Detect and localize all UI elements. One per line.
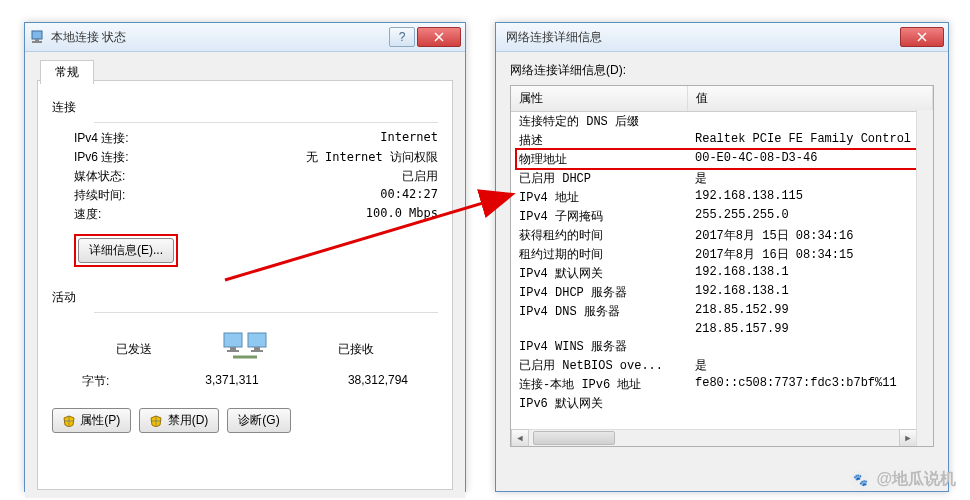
status-titlebar[interactable]: 本地连接 状态 ? xyxy=(25,23,465,52)
divider xyxy=(94,312,438,313)
connection-row: 持续时间:00:42:27 xyxy=(44,186,446,205)
grid-row[interactable]: 租约过期的时间2017年8月 16日 08:34:15 xyxy=(511,245,933,264)
network-icon xyxy=(29,29,45,45)
scroll-thumb[interactable] xyxy=(533,431,615,445)
grid-row[interactable]: IPv4 DHCP 服务器192.168.138.1 xyxy=(511,283,933,302)
row-value: 100.0 Mbps xyxy=(366,206,438,223)
cell-property: IPv4 DHCP 服务器 xyxy=(511,283,687,302)
bytes-label: 字节: xyxy=(82,373,109,390)
cell-property: 连接特定的 DNS 后缀 xyxy=(511,112,687,131)
close-button[interactable] xyxy=(417,27,461,47)
diagnose-button[interactable]: 诊断(G) xyxy=(227,408,290,433)
details-titlebar[interactable]: 网络连接详细信息 xyxy=(496,23,948,52)
grid-header[interactable]: 属性 值 xyxy=(511,86,933,112)
cell-value: 00-E0-4C-08-D3-46 xyxy=(687,150,933,169)
svg-rect-6 xyxy=(248,333,266,347)
row-key: IPv4 连接: xyxy=(74,130,380,147)
grid-row[interactable]: IPv4 子网掩码255.255.255.0 xyxy=(511,207,933,226)
cell-value: 218.85.152.99 xyxy=(687,302,933,321)
grid-row[interactable]: 218.85.157.99 xyxy=(511,321,933,337)
svg-rect-8 xyxy=(254,347,260,350)
cell-value: 2017年8月 15日 08:34:16 xyxy=(687,226,933,245)
grid-row[interactable]: IPv4 地址192.168.138.115 xyxy=(511,188,933,207)
cell-property: IPv4 默认网关 xyxy=(511,264,687,283)
row-key: IPv6 连接: xyxy=(74,149,306,166)
grid-row[interactable]: IPv4 默认网关192.168.138.1 xyxy=(511,264,933,283)
details-highlight: 详细信息(E)... xyxy=(74,234,178,267)
recv-label: 已接收 xyxy=(338,341,374,358)
connection-section-label: 连接 xyxy=(52,99,446,116)
row-value: Internet xyxy=(380,130,438,147)
tab-general[interactable]: 常规 xyxy=(40,60,94,84)
row-value: 已启用 xyxy=(402,168,438,185)
divider xyxy=(94,122,438,123)
svg-rect-1 xyxy=(35,39,39,41)
svg-rect-11 xyxy=(251,350,263,352)
paw-icon: 🐾 xyxy=(850,470,870,490)
grid-row[interactable]: 已启用 DHCP是 xyxy=(511,169,933,188)
close-button[interactable] xyxy=(900,27,944,47)
activity-icon xyxy=(221,331,269,367)
grid-row[interactable]: IPv4 WINS 服务器 xyxy=(511,337,933,356)
svg-rect-2 xyxy=(32,41,42,43)
cell-value: 255.255.255.0 xyxy=(687,207,933,226)
row-value: 无 Internet 访问权限 xyxy=(306,149,438,166)
connection-row: IPv4 连接:Internet xyxy=(44,129,446,148)
list-label: 网络连接详细信息(D): xyxy=(510,62,934,79)
grid-row[interactable]: 连接特定的 DNS 后缀 xyxy=(511,112,933,131)
cell-value: 是 xyxy=(687,169,933,188)
window-title: 本地连接 状态 xyxy=(51,29,387,46)
cell-value: 192.168.138.115 xyxy=(687,188,933,207)
sent-label: 已发送 xyxy=(116,341,152,358)
scroll-left-button[interactable]: ◄ xyxy=(511,429,529,447)
col-value[interactable]: 值 xyxy=(688,86,933,111)
details-grid: 属性 值 连接特定的 DNS 后缀描述Realtek PCIe FE Famil… xyxy=(510,85,934,447)
cell-property xyxy=(511,321,687,337)
col-property[interactable]: 属性 xyxy=(511,86,688,111)
grid-row[interactable]: 已启用 NetBIOS ove...是 xyxy=(511,356,933,375)
cell-property: 已启用 DHCP xyxy=(511,169,687,188)
row-key: 持续时间: xyxy=(74,187,380,204)
watermark: 🐾 @地瓜说机 xyxy=(850,469,956,490)
grid-row[interactable]: 连接-本地 IPv6 地址fe80::c508:7737:fdc3:b7bf%1… xyxy=(511,375,933,394)
grid-row[interactable]: IPv6 默认网关 xyxy=(511,394,933,413)
details-window: 网络连接详细信息 网络连接详细信息(D): 属性 值 连接特定的 DNS 后缀描… xyxy=(495,22,949,492)
cell-value: Realtek PCIe FE Family Control xyxy=(687,131,933,150)
cell-value: fe80::c508:7737:fdc3:b7bf%11 xyxy=(687,375,933,394)
svg-rect-7 xyxy=(230,347,236,350)
scrollbar-horizontal[interactable]: ◄ ► xyxy=(511,429,917,446)
shield-icon xyxy=(150,415,162,427)
bytes-recv: 38,312,794 xyxy=(288,373,408,390)
help-button[interactable]: ? xyxy=(389,27,415,47)
grid-row[interactable]: 获得租约的时间2017年8月 15日 08:34:16 xyxy=(511,226,933,245)
tab-panel: 常规 连接 IPv4 连接:InternetIPv6 连接:无 Internet… xyxy=(37,80,453,490)
connection-row: IPv6 连接:无 Internet 访问权限 xyxy=(44,148,446,167)
status-window: 本地连接 状态 ? 常规 连接 IPv4 连接:InternetIPv6 连接:… xyxy=(24,22,466,492)
svg-rect-5 xyxy=(224,333,242,347)
grid-row[interactable]: IPv4 DNS 服务器218.85.152.99 xyxy=(511,302,933,321)
cell-value: 2017年8月 16日 08:34:15 xyxy=(687,245,933,264)
connection-row: 媒体状态:已启用 xyxy=(44,167,446,186)
cell-property: IPv4 地址 xyxy=(511,188,687,207)
cell-value: 192.168.138.1 xyxy=(687,264,933,283)
cell-value xyxy=(687,112,933,131)
cell-property: 连接-本地 IPv6 地址 xyxy=(511,375,687,394)
cell-property: IPv4 DNS 服务器 xyxy=(511,302,687,321)
scroll-right-button[interactable]: ► xyxy=(899,429,917,447)
activity-section-label: 活动 xyxy=(52,289,446,306)
details-button[interactable]: 详细信息(E)... xyxy=(78,238,174,263)
cell-value xyxy=(687,394,933,413)
cell-value: 218.85.157.99 xyxy=(687,321,933,337)
properties-button[interactable]: 属性(P) xyxy=(52,408,131,433)
row-key: 速度: xyxy=(74,206,366,223)
grid-row[interactable]: 描述Realtek PCIe FE Family Control xyxy=(511,131,933,150)
svg-rect-10 xyxy=(227,350,239,352)
cell-value: 192.168.138.1 xyxy=(687,283,933,302)
cell-property: 获得租约的时间 xyxy=(511,226,687,245)
cell-property: 已启用 NetBIOS ove... xyxy=(511,356,687,375)
cell-property: IPv4 子网掩码 xyxy=(511,207,687,226)
scrollbar-vertical[interactable] xyxy=(916,110,933,446)
grid-row[interactable]: 物理地址00-E0-4C-08-D3-46 xyxy=(511,150,933,169)
disable-button[interactable]: 禁用(D) xyxy=(139,408,219,433)
cell-property: IPv6 默认网关 xyxy=(511,394,687,413)
